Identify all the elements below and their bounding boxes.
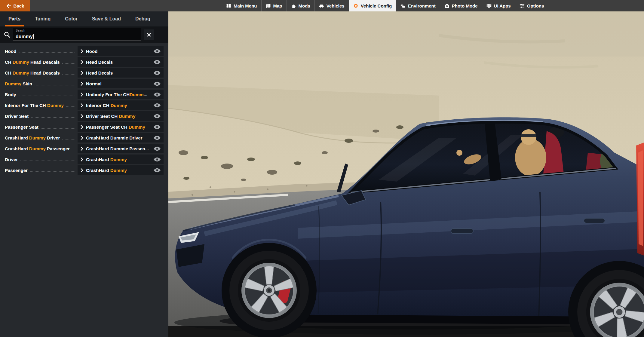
label-text: CrashHard <box>86 157 110 162</box>
label-text: Passenger <box>46 146 70 151</box>
chevron-right-icon <box>81 60 83 64</box>
top-menu-item-photo-mode[interactable]: Photo Mode <box>440 0 482 11</box>
part-text: CrashHard Dummie Driver <box>86 135 151 140</box>
part-slot-label: Interior For The CH Dummy <box>5 103 78 108</box>
part-select-button[interactable]: CrashHard Dummy <box>78 155 164 164</box>
visibility-eye-icon[interactable] <box>153 60 161 65</box>
mods-icon <box>291 3 296 8</box>
chevron-right-icon <box>81 158 83 161</box>
part-select-button[interactable]: Normal <box>78 79 164 88</box>
part-text: Hood <box>86 49 151 54</box>
menu-item-label: UI Apps <box>494 3 511 8</box>
dotted-leader <box>72 150 75 150</box>
slot-text: Interior For The CH Dummy <box>5 103 64 108</box>
part-select-button[interactable]: Head Decals <box>78 68 164 78</box>
top-menu-item-options[interactable]: Options <box>515 0 548 11</box>
dotted-leader <box>62 63 75 64</box>
visibility-eye-icon[interactable] <box>153 168 161 173</box>
part-select-button[interactable]: Interior CH Dummy <box>78 100 164 110</box>
front-wheel <box>229 251 309 330</box>
part-select-button[interactable]: Driver Seat CH Dummy <box>78 111 164 121</box>
label-text: Normal <box>86 81 102 86</box>
visibility-eye-icon[interactable] <box>153 103 161 108</box>
visibility-eye-icon[interactable] <box>153 114 161 119</box>
part-select-button[interactable]: Passenger Seat CH Dummy <box>78 122 164 132</box>
top-menu-item-ui-apps[interactable]: UI Apps <box>482 0 515 11</box>
search-match-highlight: Dummy <box>29 135 46 140</box>
top-menu-item-vehicles[interactable]: Vehicles <box>314 0 349 11</box>
part-slot-label: Dummy Skin <box>5 81 78 86</box>
top-menu-item-environment[interactable]: Environment <box>396 0 440 11</box>
part-slot-label: Hood <box>5 49 78 54</box>
clear-search-button[interactable] <box>144 29 154 40</box>
visibility-eye-icon[interactable] <box>153 49 161 54</box>
search-match-highlight: Dummy <box>13 70 29 75</box>
visibility-eye-icon[interactable] <box>153 124 161 130</box>
top-menu: Main MenuMapModsVehiclesVehicle ConfigEn… <box>222 0 548 11</box>
dotted-leader <box>30 171 75 172</box>
part-select-button[interactable]: Unibody For The CHDumm... <box>78 90 164 99</box>
part-text: Normal <box>86 81 151 86</box>
part-slot-label: CH Dummy Head Deacals <box>5 60 78 65</box>
search-match-highlight: Dummy <box>119 114 135 119</box>
dotted-leader <box>62 139 75 139</box>
search-input[interactable]: Search dummy <box>13 28 141 41</box>
part-select-button[interactable]: Hood <box>78 46 164 56</box>
tab-color[interactable]: Color <box>58 11 85 26</box>
visibility-eye-icon[interactable] <box>153 92 161 97</box>
chevron-right-icon <box>81 114 83 118</box>
chevron-right-icon <box>81 125 83 129</box>
tab-save-load[interactable]: Save & Load <box>85 11 128 26</box>
label-text: Passenger <box>5 168 28 173</box>
dotted-leader <box>20 161 75 161</box>
label-text: Driver <box>46 135 60 140</box>
photo-mode-icon <box>444 3 449 8</box>
part-select-button[interactable]: CrashHard Dummy <box>78 165 164 175</box>
dotted-leader <box>41 128 75 129</box>
search-icon <box>4 31 10 38</box>
part-select-button[interactable]: CrashHard Dummie Passen... <box>78 144 164 153</box>
text-caret <box>33 34 34 39</box>
environment-icon <box>400 3 406 8</box>
visibility-eye-icon[interactable] <box>153 146 161 151</box>
tab-debug[interactable]: Debug <box>128 11 158 26</box>
label-text: Skin <box>21 81 32 86</box>
label-text: CrashHard Dummie Driver <box>86 135 143 140</box>
tab-parts[interactable]: Parts <box>1 11 28 26</box>
options-icon <box>520 3 525 8</box>
search-match-highlight: Dummy <box>47 103 64 108</box>
top-menu-item-main-menu[interactable]: Main Menu <box>222 0 261 11</box>
viewport-3d[interactable] <box>168 11 644 337</box>
part-row: CrashHard Dummy DriverCrashHard Dummie D… <box>5 132 164 143</box>
part-slot-label: Driver <box>5 157 78 162</box>
tab-tuning[interactable]: Tuning <box>28 11 58 26</box>
scene-render <box>168 11 644 337</box>
visibility-eye-icon[interactable] <box>153 81 161 86</box>
slot-text: CrashHard Dummy Driver <box>5 135 60 140</box>
label-text: Driver <box>5 157 18 162</box>
slot-text: CH Dummy Head Deacals <box>5 60 60 65</box>
search-match-highlight: Dummy <box>129 124 145 130</box>
part-slot-label: CrashHard Dummy Passenger <box>5 146 78 151</box>
label-text: CH <box>5 70 13 75</box>
visibility-eye-icon[interactable] <box>153 157 161 162</box>
back-button[interactable]: Back <box>0 0 30 11</box>
visibility-eye-icon[interactable] <box>153 70 161 75</box>
part-text: Head Decals <box>86 60 151 65</box>
part-select-button[interactable]: Head Decals <box>78 57 164 67</box>
label-text: CH <box>5 60 13 65</box>
part-row: Interior For The CH DummyInterior CH Dum… <box>5 100 164 111</box>
label-text: Interior CH <box>86 103 111 108</box>
top-menu-item-map[interactable]: Map <box>261 0 287 11</box>
label-text: CrashHard <box>5 146 29 151</box>
part-text: CrashHard Dummie Passen... <box>86 146 151 151</box>
top-menu-item-vehicle-config[interactable]: Vehicle Config <box>349 0 396 11</box>
search-value-text: dummy <box>16 34 33 39</box>
label-text: Body <box>5 92 16 97</box>
part-slot-label: Passenger Seat <box>5 124 78 130</box>
visibility-eye-icon[interactable] <box>153 135 161 140</box>
menu-item-label: Options <box>527 3 544 8</box>
slot-text: Hood <box>5 49 16 54</box>
part-select-button[interactable]: CrashHard Dummie Driver <box>78 133 164 142</box>
top-menu-item-mods[interactable]: Mods <box>287 0 314 11</box>
